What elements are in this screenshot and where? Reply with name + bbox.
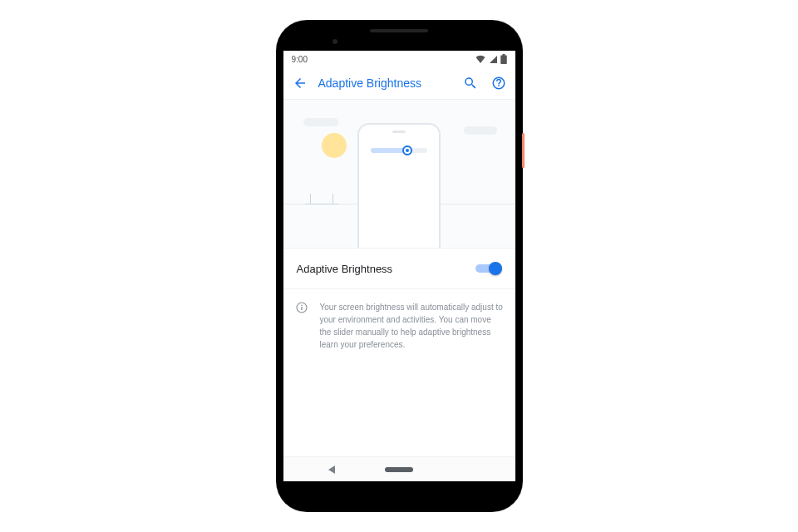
setting-label: Adaptive Brightness [297,263,393,275]
phone-frame: 9:00 Adaptive Brightness [277,21,522,511]
info-text: Your screen brightness will automaticall… [320,301,504,351]
phone-power-button [522,133,525,168]
status-time: 9:00 [292,55,308,64]
phone-camera [332,39,337,44]
nav-home-pill[interactable] [385,467,413,472]
adaptive-brightness-row[interactable]: Adaptive Brightness [283,249,515,288]
cloud-icon [464,126,497,135]
help-icon [491,76,506,91]
svg-rect-3 [301,305,302,306]
battery-icon [500,54,507,64]
nav-back-button[interactable] [328,466,335,474]
illustration-phone [357,123,441,248]
status-bar: 9:00 [283,51,515,67]
illustration-phone-earpiece [392,131,406,133]
illustration-slider-fill [371,148,406,153]
picnic-table-icon [305,188,338,204]
illustration [283,99,515,249]
toggle-thumb [489,262,502,275]
svg-rect-2 [301,307,302,310]
search-button[interactable] [461,73,480,93]
sun-icon [322,133,347,158]
page-title: Adaptive Brightness [318,76,452,90]
search-icon [463,76,478,91]
wifi-icon [475,55,485,63]
screen: 9:00 Adaptive Brightness [283,51,515,481]
signal-icon [489,55,497,63]
status-icons [475,54,507,64]
phone-earpiece [370,29,428,32]
system-nav-bar [283,456,515,481]
back-button[interactable] [290,73,310,93]
cloud-icon [303,118,338,126]
info-row: Your screen brightness will automaticall… [283,289,515,351]
arrow-left-icon [293,76,308,91]
illustration-slider-thumb [402,145,412,155]
help-button[interactable] [489,73,509,93]
adaptive-brightness-toggle[interactable] [475,262,502,275]
app-bar: Adaptive Brightness [283,67,515,99]
info-icon [295,301,310,351]
